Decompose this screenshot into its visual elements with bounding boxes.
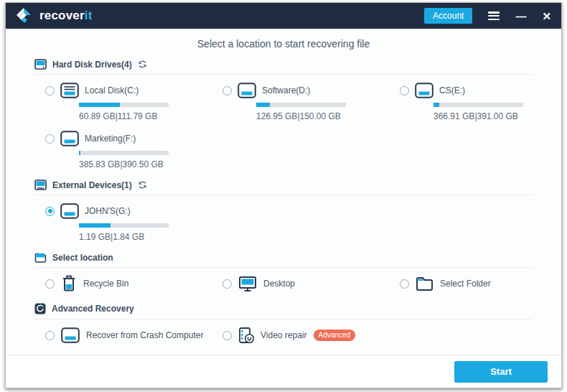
drive-capacity-text: 385.83 GB|390.50 GB [79, 159, 222, 169]
drive-item-local-disk-c[interactable]: Local Disk(C:) 60.89 GB|111.79 GB [45, 82, 222, 121]
option-label: Desktop [263, 279, 295, 289]
drive-capacity-text: 126.95 GB|150.00 GB [256, 111, 400, 121]
section-header-select-location: Select location [34, 252, 533, 268]
drive-item-marketing-f[interactable]: Marketing(F:) 385.83 GB|390.50 GB [45, 130, 222, 169]
drive-capacity-text: 60.89 GB|111.79 GB [79, 111, 222, 121]
option-select-folder[interactable]: Select Folder [400, 274, 562, 293]
drive-item-cs-e[interactable]: CS(E:) 366.91 GB|391.00 GB [400, 82, 562, 121]
section-title: External Devices(1) [52, 180, 132, 190]
logo-text: recoverit [39, 9, 93, 23]
minimize-icon[interactable]: — [515, 11, 526, 22]
crash-computer-icon [61, 327, 80, 343]
option-desktop[interactable]: Desktop [222, 274, 400, 293]
drive-name: Software(D:) [262, 85, 310, 95]
external-device-list: JOHN'S(G:) 1.19 GB|1.84 GB [45, 202, 561, 242]
section-header-hard-disk-drives: Hard Disk Drives(4) [34, 59, 533, 75]
section-header-external-devices: External Devices(1) [34, 179, 533, 195]
hard-drive-icon [34, 59, 47, 70]
radio-button[interactable] [222, 331, 232, 340]
main-content: Select a location to start recovering fi… [6, 29, 561, 345]
radio-button[interactable] [45, 331, 55, 340]
section-header-advanced-recovery: Advanced Recovery [34, 303, 533, 319]
section-title: Select location [52, 253, 113, 263]
refresh-icon[interactable] [138, 60, 147, 69]
disk-drive-icon [238, 83, 256, 98]
disk-drive-icon [60, 131, 79, 146]
drive-name: JOHN'S(G:) [85, 206, 131, 216]
advanced-recovery-options: Recover from Crash Computer Video repair… [45, 326, 561, 345]
option-label: Video repair [261, 330, 307, 340]
capacity-bar [434, 103, 523, 107]
recycle-bin-icon [61, 275, 77, 292]
advanced-badge: Advanced [314, 330, 355, 341]
page-title: Select a location to start recovering fi… [6, 38, 561, 50]
footer: Start [6, 355, 561, 388]
section-title: Hard Disk Drives(4) [52, 60, 132, 70]
radio-button[interactable] [400, 86, 409, 95]
radio-button[interactable] [45, 86, 55, 95]
capacity-bar [79, 151, 169, 155]
disk-drive-icon [415, 83, 434, 98]
drive-name: Local Disk(C:) [85, 85, 139, 95]
drive-item-software-d[interactable]: Software(D:) 126.95 GB|150.00 GB [222, 82, 400, 121]
app-logo: recoverit [16, 7, 93, 24]
drive-item-johns-g[interactable]: JOHN'S(G:) 1.19 GB|1.84 GB [45, 202, 222, 242]
drive-name: Marketing(F:) [85, 134, 136, 144]
radio-button[interactable] [222, 86, 232, 95]
capacity-bar [79, 223, 169, 228]
option-video-repair[interactable]: Video repair Advanced [222, 326, 400, 345]
refresh-icon[interactable] [138, 180, 147, 190]
radio-button[interactable] [222, 279, 232, 289]
account-button[interactable]: Account [424, 8, 472, 24]
titlebar: recoverit Account — ✕ [6, 3, 561, 29]
drive-capacity-text: 1.19 GB|1.84 GB [79, 232, 222, 242]
capacity-bar [79, 103, 169, 107]
hard-disk-drive-list: Local Disk(C:) 60.89 GB|111.79 GB [45, 82, 561, 169]
location-folder-icon [34, 252, 47, 263]
disk-drive-icon [60, 83, 79, 98]
radio-button[interactable] [400, 279, 409, 289]
capacity-bar [256, 103, 346, 107]
option-label: Select Folder [440, 279, 491, 289]
radio-button[interactable] [45, 134, 55, 144]
start-button[interactable]: Start [454, 361, 548, 383]
option-recycle-bin[interactable]: Recycle Bin [45, 274, 222, 293]
recoverit-logo-icon [16, 7, 33, 24]
desktop-icon [238, 276, 257, 292]
option-label: Recycle Bin [83, 279, 128, 289]
video-repair-icon [238, 327, 254, 344]
app-window: recoverit Account — ✕ Select a location … [5, 2, 562, 388]
location-options: Recycle Bin Desktop [45, 274, 561, 293]
usb-drive-icon [60, 203, 79, 219]
option-label: Recover from Crash Computer [86, 330, 203, 340]
drive-name: CS(E:) [439, 85, 465, 95]
menu-icon[interactable] [488, 11, 500, 20]
folder-icon [416, 276, 434, 291]
radio-button[interactable] [45, 207, 55, 216]
advanced-recovery-icon [34, 303, 46, 314]
option-recover-crash-computer[interactable]: Recover from Crash Computer [45, 326, 222, 345]
external-device-icon [34, 179, 47, 190]
section-title: Advanced Recovery [52, 304, 134, 314]
close-icon[interactable]: ✕ [542, 11, 551, 22]
drive-capacity-text: 366.91 GB|391.00 GB [434, 111, 562, 121]
radio-button[interactable] [45, 279, 55, 289]
